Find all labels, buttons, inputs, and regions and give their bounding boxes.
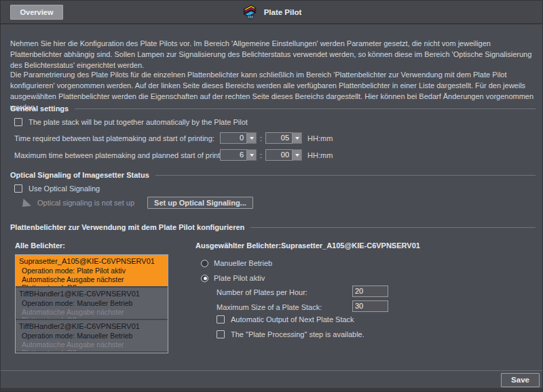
max-stack-size-label: Maximum Size of a Plate Stack:: [217, 303, 322, 311]
optical-signaling-title: Optical Signaling of Imagesetter Status: [10, 171, 149, 179]
list-item-suprasetter[interactable]: Suprasetter_A105@KIE-C6VPNSERV01 Operati…: [16, 255, 168, 286]
window-bottom-edge: [1, 388, 542, 392]
max-time-spinners: 6 : 00 HH:mm: [220, 149, 333, 161]
imagesetter-name: TiffBHandler1@KIE-C6VPNSERV01: [19, 290, 164, 298]
all-imagesetters-label: Alle Belichter:: [15, 241, 65, 250]
auto-stack-checkbox[interactable]: [14, 118, 22, 126]
imagesetter-mode: Operation mode: Plate Pilot aktiv: [19, 267, 164, 275]
imagesetter-auto-output: Automatische Ausgabe nächster Plattensta…: [19, 340, 164, 351]
manual-mode-label: Manueller Betrieb: [214, 259, 272, 267]
list-item-tiffbhandler1[interactable]: TiffBHandler1@KIE-C6VPNSERV01 Operation …: [16, 288, 168, 319]
footer-separator: [1, 370, 542, 371]
use-optical-checkbox[interactable]: [14, 184, 22, 193]
pilot-mode-row: Plate Pilot aktiv: [201, 274, 265, 282]
imagesetter-name: Suprasetter_A105@KIE-C6VPNSERV01: [19, 257, 164, 265]
auto-stack-row: The plate stack will be put together aut…: [14, 118, 248, 126]
plate-processing-label: The "Plate Processing" step is available…: [231, 330, 364, 338]
time-required-unit: HH:mm: [307, 134, 333, 142]
intro-paragraph-1: Nehmen Sie hier die Konfiguration des Pl…: [10, 38, 536, 71]
use-optical-label: Use Optical Signaling: [29, 184, 100, 193]
time-required-hours-field[interactable]: 0: [220, 132, 247, 144]
time-colon: :: [260, 134, 262, 142]
time-required-minutes-field[interactable]: 05: [265, 132, 293, 144]
imagesetter-name: TiffBHandler2@KIE-C6VPNSERV01: [19, 322, 164, 330]
section-rule: [155, 175, 536, 176]
plates-per-hour-label: Number of Plates per Hour:: [217, 288, 307, 296]
use-optical-row: Use Optical Signaling: [14, 184, 100, 193]
imagesetter-auto-output: Automatische Ausgabe nächster Plattensta…: [19, 275, 164, 286]
time-required-label: Time required between last platemaking a…: [14, 134, 214, 142]
pilot-mode-label: Plate Pilot aktiv: [214, 274, 265, 282]
section-rule: [250, 227, 536, 228]
chevron-down-icon[interactable]: [293, 132, 302, 144]
platesetters-header: Plattenbelichter zur Verwendung mit dem …: [10, 223, 536, 231]
optical-signaling-header: Optical Signaling of Imagesetter Status: [10, 171, 536, 179]
plates-per-hour-input[interactable]: 20: [352, 286, 388, 297]
pilot-mode-radio[interactable]: [201, 275, 208, 282]
overview-button[interactable]: Overview: [10, 5, 63, 20]
top-bar: [1, 1, 542, 23]
chevron-down-icon[interactable]: [247, 132, 257, 144]
top-bar-separator: [1, 23, 542, 24]
imagesetter-mode: Operation mode: Manueller Betrieb: [19, 299, 164, 307]
warning-icon: [22, 199, 31, 207]
chevron-down-icon[interactable]: [293, 149, 302, 161]
selected-imagesetter-header: Ausgewählter Belichter:Suprasetter_A105@…: [195, 241, 420, 250]
platesetters-title: Plattenbelichter zur Verwendung mit dem …: [10, 223, 244, 231]
optical-status-text: Optical signaling is not set up: [37, 199, 134, 207]
list-item-tiffbhandler2[interactable]: TiffBHandler2@KIE-C6VPNSERV01 Operation …: [16, 320, 168, 351]
chevron-down-icon[interactable]: [247, 149, 257, 161]
setup-optical-button[interactable]: Set up Optical Signaling...: [147, 197, 253, 209]
time-colon: :: [260, 151, 262, 159]
plate-processing-checkbox[interactable]: [217, 330, 225, 338]
auto-output-checkbox[interactable]: [217, 315, 225, 324]
optical-status-row: Optical signaling is not set up Set up O…: [22, 197, 253, 209]
general-settings-header: General settings: [10, 104, 536, 113]
max-time-label: Maximum time between platemaking and pla…: [14, 151, 232, 159]
plate-processing-row: The "Plate Processing" step is available…: [217, 330, 364, 338]
manual-mode-row: Manueller Betrieb: [201, 259, 272, 267]
save-button[interactable]: Save: [501, 373, 540, 387]
time-required-spinners: 0 : 05 HH:mm: [220, 132, 333, 144]
imagesetter-auto-output: Automatische Ausgabe nächster Plattensta…: [19, 308, 164, 319]
auto-output-label: Automatic Output of Next Plate Stack: [231, 315, 354, 324]
section-rule: [75, 109, 536, 109]
manual-mode-radio[interactable]: [201, 260, 208, 267]
general-settings-title: General settings: [10, 104, 69, 113]
imagesetter-mode: Operation mode: Manueller Betrieb: [19, 332, 164, 340]
auto-output-row: Automatic Output of Next Plate Stack: [217, 315, 354, 324]
max-time-hours-field[interactable]: 6: [220, 149, 247, 161]
plate-pilot-window: Overview Plate Pilot Nehmen Sie hier die…: [0, 0, 543, 392]
max-time-minutes-field[interactable]: 00: [265, 149, 293, 161]
imagesetter-list: Suprasetter_A105@KIE-C6VPNSERV01 Operati…: [15, 254, 168, 353]
max-time-unit: HH:mm: [307, 151, 333, 159]
max-stack-size-input[interactable]: 30: [352, 300, 388, 312]
auto-stack-label: The plate stack will be put together aut…: [29, 118, 248, 126]
